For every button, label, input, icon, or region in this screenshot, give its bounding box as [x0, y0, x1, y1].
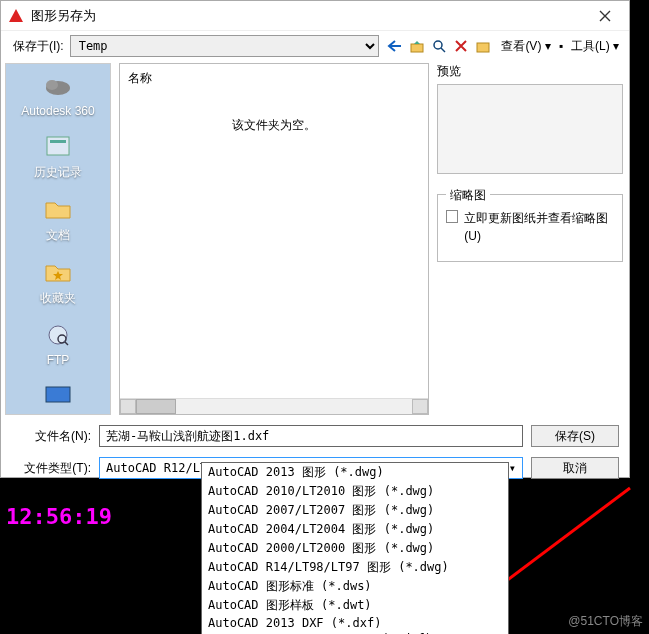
svg-rect-0: [411, 44, 423, 52]
dialog-title: 图形另存为: [31, 7, 583, 25]
preview-label: 预览: [437, 63, 623, 80]
svg-rect-6: [50, 140, 66, 143]
update-thumbnail-checkbox[interactable]: [446, 210, 458, 223]
sidebar-item-label: 桌面: [46, 413, 70, 415]
scroll-left-icon[interactable]: [120, 399, 136, 414]
cloud-icon: [42, 72, 74, 100]
filetype-option[interactable]: AutoCAD 2013 图形 (*.dwg): [202, 463, 508, 482]
close-button[interactable]: [583, 2, 627, 30]
app-logo-icon: [7, 7, 25, 25]
svg-rect-9: [46, 387, 70, 402]
file-list-header[interactable]: 名称: [120, 64, 428, 93]
sidebar-item-desktop[interactable]: 桌面: [6, 373, 110, 415]
empty-folder-text: 该文件夹为空。: [120, 93, 428, 158]
favorites-icon: [42, 258, 74, 286]
chevron-down-icon: ▾: [509, 461, 516, 475]
sidebar-item-history[interactable]: 历史记录: [6, 124, 110, 187]
filetype-dropdown[interactable]: AutoCAD 2013 图形 (*.dwg)AutoCAD 2010/LT20…: [201, 462, 509, 634]
save-in-label: 保存于(I):: [13, 38, 64, 55]
filetype-option[interactable]: AutoCAD 2000/LT2000 图形 (*.dwg): [202, 539, 508, 558]
new-folder-icon[interactable]: [473, 36, 493, 56]
scroll-right-icon[interactable]: [412, 399, 428, 414]
sidebar-item-ftp[interactable]: FTP: [6, 313, 110, 373]
filetype-option[interactable]: AutoCAD R14/LT98/LT97 图形 (*.dwg): [202, 558, 508, 577]
svg-rect-2: [477, 43, 489, 52]
up-folder-icon[interactable]: [407, 36, 427, 56]
tools-menu[interactable]: 工具(L) ▾: [569, 38, 621, 55]
thumbnail-group-label: 缩略图: [446, 187, 490, 204]
preview-panel: 预览: [437, 63, 623, 174]
back-icon[interactable]: [385, 36, 405, 56]
delete-icon[interactable]: [451, 36, 471, 56]
filetype-option[interactable]: AutoCAD 图形标准 (*.dws): [202, 577, 508, 596]
toolbar-icons: [385, 36, 493, 56]
file-list-panel: 名称 该文件夹为空。: [119, 63, 429, 415]
horizontal-scrollbar[interactable]: [120, 398, 428, 414]
sidebar-item-label: 收藏夹: [40, 290, 76, 307]
sidebar-item-autodesk360[interactable]: Autodesk 360: [6, 64, 110, 124]
filetype-option[interactable]: AutoCAD 2004/LT2004 图形 (*.dwg): [202, 520, 508, 539]
places-sidebar: Autodesk 360 历史记录 文档 收藏夹 FTP 桌面: [5, 63, 111, 415]
update-thumbnail-label: 立即更新图纸并查看缩略图(U): [464, 209, 614, 245]
save-as-dialog: 图形另存为 保存于(I): Temp 查看(V) ▾ ▪ 工具(L) ▾ Aut…: [0, 0, 630, 478]
scrollbar-thumb[interactable]: [136, 399, 176, 414]
ftp-icon: [42, 321, 74, 349]
cancel-button[interactable]: 取消: [531, 457, 619, 479]
location-toolbar: 保存于(I): Temp 查看(V) ▾ ▪ 工具(L) ▾: [1, 31, 629, 61]
history-icon: [42, 132, 74, 160]
filetype-option[interactable]: AutoCAD 2010/LT2010 图形 (*.dwg): [202, 482, 508, 501]
titlebar: 图形另存为: [1, 1, 629, 31]
svg-point-1: [434, 41, 442, 49]
sidebar-item-favorites[interactable]: 收藏夹: [6, 250, 110, 313]
filetype-option[interactable]: AutoCAD 2007/LT2007 图形 (*.dwg): [202, 501, 508, 520]
filetype-label: 文件类型(T):: [11, 460, 91, 477]
svg-rect-5: [47, 137, 69, 155]
save-button[interactable]: 保存(S): [531, 425, 619, 447]
filename-label: 文件名(N):: [11, 428, 91, 445]
filename-input[interactable]: [99, 425, 523, 447]
filetype-option[interactable]: AutoCAD 2013 DXF (*.dxf): [202, 615, 508, 631]
sidebar-item-label: Autodesk 360: [21, 104, 94, 118]
view-menu[interactable]: 查看(V) ▾: [499, 38, 552, 55]
folder-icon: [42, 195, 74, 223]
filetype-option[interactable]: AutoCAD 图形样板 (*.dwt): [202, 596, 508, 615]
thumbnail-group: 缩略图 立即更新图纸并查看缩略图(U): [437, 194, 623, 262]
desktop-icon: [42, 381, 74, 409]
folder-select[interactable]: Temp: [70, 35, 380, 57]
preview-area: [437, 84, 623, 174]
timestamp-overlay: 12:56:19: [6, 504, 112, 529]
watermark: @51CTO博客: [568, 613, 643, 630]
sidebar-item-label: 历史记录: [34, 164, 82, 181]
sidebar-item-documents[interactable]: 文档: [6, 187, 110, 250]
sidebar-item-label: 文档: [46, 227, 70, 244]
toolbar-separator: ▪: [559, 39, 563, 53]
search-icon[interactable]: [429, 36, 449, 56]
svg-point-4: [46, 80, 58, 90]
sidebar-item-label: FTP: [47, 353, 70, 367]
